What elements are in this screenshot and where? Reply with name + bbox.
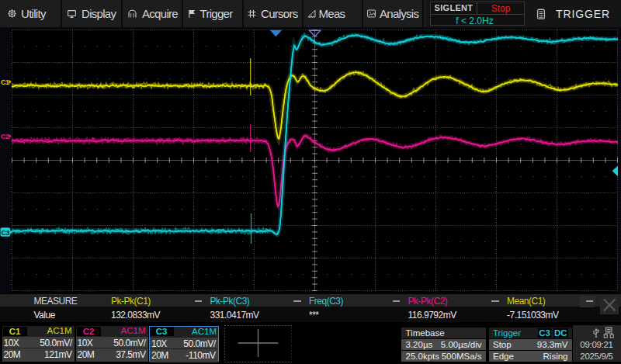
svg-text:C1: C1 xyxy=(1,78,9,86)
svg-text:C2: C2 xyxy=(1,133,9,140)
svg-text:C3: C3 xyxy=(2,229,10,237)
